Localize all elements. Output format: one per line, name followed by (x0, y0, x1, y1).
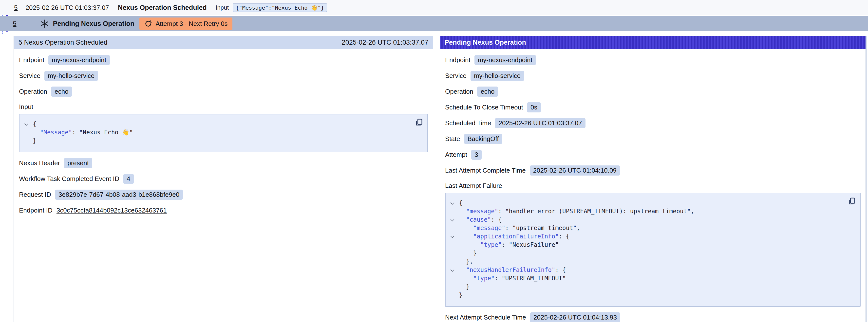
field-service: Servicemy-hello-service (19, 70, 428, 81)
field-label: Attempt (445, 151, 467, 159)
retry-status-badge[interactable]: Attempt 3 · Next Retry 0s (140, 18, 232, 30)
code-line: "nexusHandlerFailureInfo": { (450, 266, 844, 274)
field-endpoint: Endpointmy-nexus-endpoint (445, 55, 861, 65)
event-history-screen: 5 2025-02-26 UTC 01:03:37.07 Nexus Opera… (0, 0, 868, 322)
field-label: Nexus Header (19, 159, 60, 167)
pending-panel-header-title: Pending Nexus Operation (444, 39, 526, 46)
event-detail-header: 5 Nexus Operation Scheduled 2025-02-26 U… (14, 36, 433, 49)
code-line: } (450, 283, 844, 291)
chevron-down-icon[interactable] (450, 199, 459, 207)
field-attempt: Attempt3 (445, 150, 861, 160)
field-value-link[interactable]: 3c0c75ccfa8144b092c13ce632463761 (57, 206, 167, 214)
field-value-badge: my-nexus-endpoint (49, 55, 110, 65)
code-line: "type": "UPSTREAM_TIMEOUT" (450, 274, 844, 283)
code-line: { (24, 120, 411, 128)
code-gutter (450, 257, 459, 266)
event-timestamp: 2025-02-26 UTC 01:03:37.07 (25, 4, 109, 11)
field-endpoint: Endpointmy-nexus-endpoint (19, 55, 428, 65)
field-value-badge: 3e829b7e-7d67-4b08-aad3-b1e868bfe9e0 (55, 190, 183, 200)
chevron-down-icon[interactable] (450, 266, 459, 274)
copy-icon[interactable] (414, 118, 424, 127)
code-line: "message": "upstream timeout", (450, 224, 844, 232)
field-scheduled-time: Scheduled Time2025-02-26 UTC 01:03:37.07 (445, 118, 861, 128)
event-detail-header-timestamp: 2025-02-26 UTC 01:03:37.07 (342, 39, 428, 46)
code-line: "applicationFailureInfo": { (450, 232, 844, 240)
field-state: StateBackingOff (445, 134, 861, 144)
refresh-icon (144, 20, 152, 28)
event-detail-body: Endpointmy-nexus-endpointServicemy-hello… (14, 55, 433, 216)
pending-nexus-operation-row[interactable]: 5 Pending Nexus Operation Attempt 3 · Ne… (0, 16, 868, 31)
copy-icon[interactable] (847, 197, 856, 205)
code-text: } (459, 291, 462, 299)
event-input-label: Input (216, 4, 229, 11)
code-gutter (450, 249, 459, 257)
pending-operation-panel: Pending Nexus Operation Endpointmy-nexus… (440, 36, 867, 322)
code-line: } (450, 291, 844, 299)
code-gutter (450, 240, 459, 249)
field-label: Scheduled Time (445, 119, 491, 127)
event-row-nexus-operation-scheduled[interactable]: 5 2025-02-26 UTC 01:03:37.07 Nexus Opera… (0, 0, 868, 15)
field-value-badge: BackingOff (464, 134, 502, 144)
event-title: Nexus Operation Scheduled (118, 4, 207, 11)
pending-id-link[interactable]: 5 (13, 20, 16, 28)
code-gutter (450, 207, 459, 216)
field-workflow-task-completed-event-id: Workflow Task Completed Event ID4 (19, 173, 428, 184)
field-next-attempt-schedule-time: Next Attempt Schedule Time2025-02-26 UTC… (445, 312, 861, 322)
code-gutter (450, 283, 459, 291)
asterisk-icon (40, 19, 49, 28)
code-line: { (450, 199, 844, 207)
code-gutter (450, 274, 459, 283)
code-text: "Message": "Nexus Echo 👋" (33, 128, 133, 137)
code-text: "nexusHandlerFailureInfo": { (459, 266, 566, 274)
field-value-badge: echo (477, 87, 498, 97)
field-value-badge: my-nexus-endpoint (474, 55, 536, 65)
code-text: { (33, 120, 36, 128)
field-value-badge: echo (51, 87, 72, 97)
field-label: Workflow Task Completed Event ID (19, 175, 119, 183)
code-text: }, (459, 257, 473, 266)
code-text: } (33, 137, 36, 145)
code-text: "type": "NexusFailure" (459, 240, 559, 249)
field-label: Service (445, 72, 467, 79)
field-service: Servicemy-hello-service (445, 70, 861, 81)
field-value-badge: my-hello-service (470, 71, 524, 81)
field-label: Endpoint (19, 56, 44, 64)
field-value-badge: 2025-02-26 UTC 01:03:37.07 (495, 118, 585, 128)
field-label: Operation (445, 88, 473, 95)
field-value-badge: 3 (471, 150, 482, 160)
code-gutter (24, 128, 33, 137)
field-label: Operation (19, 88, 47, 95)
pending-title: Pending Nexus Operation (53, 20, 134, 28)
field-label: Request ID (19, 191, 51, 198)
field-value-badge: 2025-02-26 UTC 01:04:13.93 (530, 312, 620, 322)
code-text: "message": "handler error (UPSTREAM_TIME… (459, 207, 694, 216)
code-line: "message": "handler error (UPSTREAM_TIME… (450, 207, 844, 216)
field-schedule-to-close-timeout: Schedule To Close Timeout0s (445, 102, 861, 112)
event-input-preview-chip[interactable]: {"Message":"Nexus Echo 👋"} (232, 3, 327, 12)
code-text: "cause": { (459, 216, 502, 224)
failure-section-label: Last Attempt Failure (445, 182, 861, 190)
chevron-down-icon[interactable] (450, 232, 459, 240)
input-json-block: { "Message": "Nexus Echo 👋"} (19, 114, 428, 152)
code-line: }, (450, 257, 844, 266)
field-label: State (445, 135, 460, 143)
chevron-down-icon[interactable] (450, 216, 459, 224)
field-label: Service (19, 72, 40, 79)
field-label: Schedule To Close Timeout (445, 103, 523, 111)
event-detail-panel: 5 Nexus Operation Scheduled 2025-02-26 U… (13, 36, 433, 322)
field-nexus-header: Nexus Headerpresent (19, 158, 428, 168)
code-line: } (450, 249, 844, 257)
code-line: "Message": "Nexus Echo 👋" (24, 128, 411, 137)
event-detail-header-title: 5 Nexus Operation Scheduled (19, 39, 107, 46)
pending-panel-body: Endpointmy-nexus-endpointServicemy-hello… (440, 55, 866, 322)
code-text: "message": "upstream timeout", (459, 224, 580, 232)
input-section-label: Input (19, 103, 428, 111)
field-endpoint-id: Endpoint ID3c0c75ccfa8144b092c13ce632463… (19, 205, 428, 216)
chevron-down-icon[interactable] (24, 120, 33, 128)
field-value-badge: 0s (527, 102, 540, 112)
field-last-attempt-complete-time: Last Attempt Complete Time2025-02-26 UTC… (445, 165, 861, 175)
field-value-badge: present (64, 158, 92, 168)
field-label: Next Attempt Schedule Time (445, 314, 526, 321)
event-id-link[interactable]: 5 (14, 4, 18, 11)
field-value-badge: my-hello-service (44, 71, 98, 81)
